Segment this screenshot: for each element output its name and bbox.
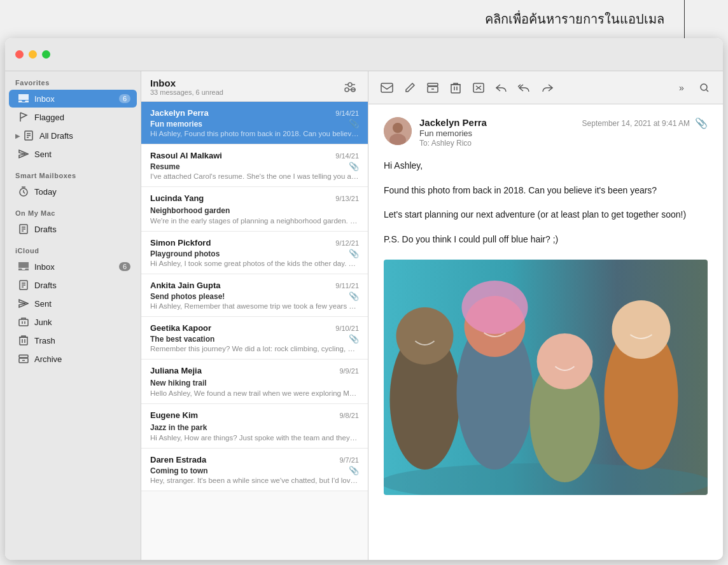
annotation-line (684, 0, 685, 38)
traffic-light-yellow[interactable] (29, 50, 37, 59)
email-item-9[interactable]: Daren Estrada 9/7/21 Coming to town 📎 He… (141, 449, 368, 491)
sidebar-item-archive-icloud[interactable]: Archive (9, 350, 137, 368)
email-subject-5: Send photos please! (150, 292, 225, 301)
email-item-1[interactable]: Jackelyn Perra 9/14/21 Fun memories 📎 Hi… (141, 102, 368, 144)
sent-fav-icon (18, 148, 29, 160)
all-drafts-label: All Drafts (39, 131, 130, 141)
sidebar-item-drafts-mac[interactable]: Drafts (9, 220, 137, 238)
inbox-title: Inbox (150, 78, 223, 88)
email-subject-6: The best vacation (150, 335, 214, 344)
drafts-icloud-label: Drafts (34, 281, 130, 290)
email-item-7[interactable]: Juliana Mejia 9/9/21 New hiking trail He… (141, 359, 368, 404)
email-toolbar: » (368, 71, 723, 104)
compose-button[interactable] (399, 77, 421, 99)
annotation-text: คลิกเพื่อค้นหารายการในแอปเมล (485, 9, 664, 29)
trash-button[interactable] (445, 77, 466, 99)
email-date-6: 9/10/21 (335, 324, 359, 332)
inbox-icloud-icon (18, 261, 29, 272)
junk-button[interactable] (468, 77, 489, 99)
email-item-8[interactable]: Eugene Kim 9/8/21 Jazz in the park Hi As… (141, 404, 368, 449)
svg-point-27 (537, 333, 593, 389)
email-item-6[interactable]: Geetika Kapoor 9/10/21 The best vacation… (141, 317, 368, 359)
email-subject-8: Jazz in the park (150, 423, 207, 432)
email-subject-7: New hiking trail (150, 379, 207, 387)
sidebar-item-trash-icloud[interactable]: Trash (9, 331, 137, 349)
sidebar-section-mac: On My Mac (5, 203, 141, 220)
inbox-fav-label: Inbox (34, 94, 119, 104)
email-item-4[interactable]: Simon Pickford 9/12/21 Playground photos… (141, 232, 368, 274)
flagged-label: Flagged (34, 113, 130, 122)
title-bar (5, 38, 723, 71)
filter-button[interactable] (341, 78, 359, 96)
email-detail-header: Jackelyn Perra Fun memories To: Ashley R… (384, 117, 708, 148)
email-detail-subject-line: Fun memories (419, 129, 582, 138)
reply-button[interactable] (491, 77, 512, 99)
today-label: Today (34, 187, 130, 197)
sidebar-item-all-drafts[interactable]: ▶ All Drafts (9, 127, 137, 144)
email-list-header-info: Inbox 33 messages, 6 unread (150, 78, 223, 96)
reply-all-button[interactable] (514, 77, 535, 99)
email-date-5: 9/11/21 (335, 282, 359, 289)
inbox-fav-badge: 6 (119, 94, 130, 103)
email-item-3[interactable]: Lucinda Yang 9/13/21 Neighborhood garden… (141, 187, 368, 232)
svg-point-23 (396, 307, 454, 365)
today-icon (18, 186, 29, 197)
sidebar-item-drafts-icloud[interactable]: Drafts (9, 276, 137, 294)
archive-icloud-label: Archive (34, 354, 130, 364)
email-preview-4: Hi Ashley, I took some great photos of t… (150, 260, 359, 267)
email-detail-to-line: To: Ashley Rico (419, 139, 582, 148)
sidebar-item-junk-icloud[interactable]: Junk (9, 313, 137, 331)
email-date-1: 9/14/21 (335, 109, 359, 117)
email-list-panel: Inbox 33 messages, 6 unread Jackelyn Per… (141, 71, 368, 560)
email-preview-1: Hi Ashley, Found this photo from back in… (150, 130, 359, 137)
archive-icloud-icon (18, 353, 29, 365)
traffic-light-green[interactable] (42, 50, 50, 59)
sender-avatar (384, 117, 412, 145)
svg-point-16 (701, 84, 707, 90)
svg-rect-12 (428, 83, 438, 86)
trash-icloud-icon (18, 335, 29, 346)
sidebar-item-flagged[interactable]: Flagged (9, 108, 137, 126)
body-line-2: Let's start planning our next adventure … (384, 207, 708, 223)
email-item-2[interactable]: Rasoul Al Malkawi 9/14/21 Resume 📎 I've … (141, 144, 368, 187)
email-date-7: 9/9/21 (339, 367, 359, 375)
email-subject-2: Resume (150, 162, 180, 171)
more-button[interactable]: » (671, 77, 692, 99)
email-item-5[interactable]: Ankita Jain Gupta 9/11/21 Send photos pl… (141, 274, 368, 317)
body-line-3: P.S. Do you think I could pull off blue … (384, 232, 708, 248)
inbox-fav-icon (18, 93, 29, 104)
svg-rect-6 (19, 355, 28, 358)
sidebar-item-today[interactable]: Today (9, 183, 137, 200)
email-date-4: 9/12/21 (335, 239, 359, 247)
sidebar-item-inbox-fav[interactable]: Inbox 6 (9, 90, 137, 108)
attachment-icon-9: 📎 (349, 466, 359, 475)
svg-point-9 (345, 88, 349, 92)
archive-button[interactable] (422, 77, 444, 99)
forward-button[interactable] (536, 77, 558, 99)
email-subject-3: Neighborhood garden (150, 206, 230, 215)
email-preview-9: Hey, stranger. It's been a while since w… (150, 477, 359, 484)
sidebar-item-sent-fav[interactable]: Sent (9, 145, 137, 163)
inbox-icloud-badge: 6 (119, 262, 130, 271)
email-detail-sender-name: Jackelyn Perra (419, 117, 582, 128)
email-subject-1: Fun memories (150, 120, 202, 129)
email-detail-panel: » (368, 71, 723, 560)
mail-button[interactable] (376, 77, 398, 99)
sidebar-item-inbox-icloud[interactable]: Inbox 6 (9, 258, 137, 276)
flagged-icon (18, 111, 29, 123)
traffic-light-red[interactable] (15, 50, 24, 59)
email-preview-8: Hi Ashley, How are things? Just spoke wi… (150, 434, 359, 442)
email-sender-7: Juliana Mejia (150, 366, 202, 375)
svg-rect-14 (451, 85, 460, 93)
search-button[interactable] (694, 77, 715, 99)
sent-icloud-label: Sent (34, 299, 130, 309)
inbox-subtitle: 33 messages, 6 unread (150, 88, 223, 96)
attachment-icon-4: 📎 (349, 249, 359, 258)
email-detail-date: September 14, 2021 at 9:41 AM (582, 119, 690, 128)
email-sender-8: Eugene Kim (150, 410, 198, 420)
junk-icloud-icon (18, 316, 29, 328)
sidebar-item-sent-icloud[interactable]: Sent (9, 295, 137, 312)
email-preview-7: Hello Ashley, We found a new trail when … (150, 389, 359, 397)
email-sender-4: Simon Pickford (150, 238, 211, 248)
email-date-9: 9/7/21 (339, 456, 359, 464)
